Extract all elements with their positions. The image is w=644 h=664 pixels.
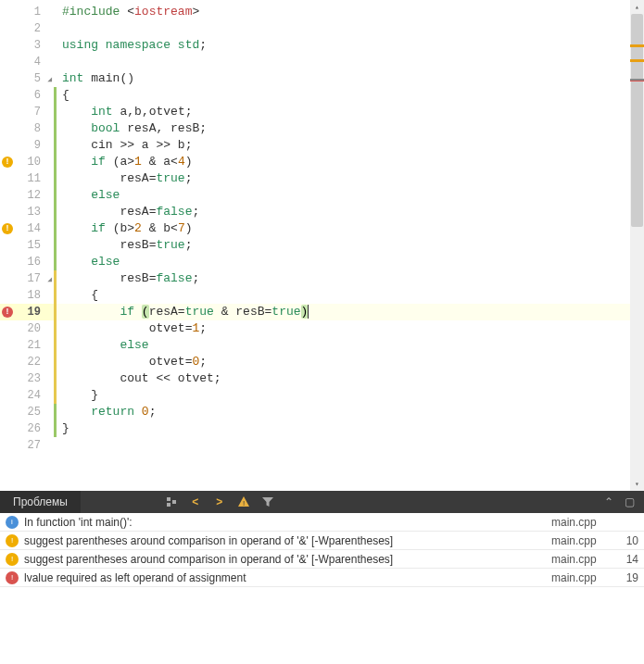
line-number: 5◢ — [0, 70, 54, 87]
line-number: 9 — [0, 137, 54, 154]
empty-area — [0, 587, 644, 661]
code-line[interactable]: if (a>1 & a<4) — [54, 154, 644, 170]
line-number: 10! — [0, 154, 54, 170]
warning-icon: ! — [2, 157, 13, 168]
tree-view-icon[interactable] — [164, 495, 179, 509]
code-line[interactable]: else — [54, 187, 644, 204]
close-panel-icon[interactable]: ▢ — [622, 495, 637, 509]
warn-icon: ! — [6, 534, 19, 547]
line-number: 22 — [0, 354, 54, 370]
warn-icon: ! — [6, 553, 19, 566]
code-line[interactable]: return 0; — [54, 404, 644, 420]
code-line[interactable] — [54, 437, 644, 454]
problem-line-number: 10 — [616, 534, 638, 547]
scroll-up-icon[interactable]: ▴ — [630, 0, 644, 14]
line-number: 27 — [0, 437, 54, 454]
line-number: 14! — [0, 220, 54, 237]
line-number: 16 — [0, 254, 54, 270]
line-number: 15 — [0, 237, 54, 254]
code-line[interactable]: cout << otvet; — [54, 370, 644, 387]
code-line[interactable]: using namespace std; — [54, 37, 644, 54]
problems-list[interactable]: iIn function 'int main()':main.cpp!sugge… — [0, 513, 644, 587]
problems-tab[interactable]: Проблемы — [0, 491, 81, 513]
line-number: 11 — [0, 170, 54, 187]
line-number: 1 — [0, 4, 54, 20]
problem-file: main.cpp — [551, 571, 616, 584]
code-line[interactable]: resB=true; — [54, 237, 644, 254]
problem-row[interactable]: !suggest parentheses around comparison i… — [0, 532, 644, 550]
collapse-icon[interactable]: ⌃ — [601, 495, 616, 509]
problem-line-number: 14 — [616, 553, 638, 566]
line-number: 12 — [0, 187, 54, 204]
code-line[interactable]: otvet=0; — [54, 354, 644, 370]
scroll-marker-warning — [630, 59, 644, 62]
problem-row[interactable]: iIn function 'int main()':main.cpp — [0, 513, 644, 532]
code-line[interactable]: else — [54, 254, 644, 270]
line-number: 19! — [0, 304, 54, 320]
code-line[interactable]: resB=false; — [54, 270, 644, 287]
line-number: 6 — [0, 87, 54, 104]
code-line[interactable]: cin >> a >> b; — [54, 137, 644, 154]
code-editor-pane[interactable]: 12345◢678910!11121314!151617◢1819!202122… — [0, 0, 644, 491]
scroll-marker-cursor — [630, 79, 644, 81]
error-icon: ! — [2, 307, 13, 318]
line-number: 13 — [0, 204, 54, 220]
code-line[interactable]: #include <iostream> — [54, 4, 644, 20]
problem-message: In function 'int main()': — [24, 516, 551, 529]
line-gutter: 12345◢678910!11121314!151617◢1819!202122… — [0, 0, 54, 491]
line-number: 26 — [0, 420, 54, 437]
code-line[interactable]: { — [54, 287, 644, 304]
code-line[interactable]: int main() — [54, 70, 644, 87]
problem-message: suggest parentheses around comparison in… — [24, 534, 551, 547]
problems-panel-header: Проблемы < > ! ⌃ ▢ — [0, 491, 644, 513]
problem-message: suggest parentheses around comparison in… — [24, 553, 551, 566]
line-number: 23 — [0, 370, 54, 387]
code-line[interactable] — [54, 20, 644, 37]
problem-file: main.cpp — [551, 516, 616, 529]
code-line[interactable] — [54, 54, 644, 70]
code-line[interactable]: resA=false; — [54, 204, 644, 220]
code-line[interactable]: int a,b,otvet; — [54, 104, 644, 120]
problem-message: lvalue required as left operand of assig… — [24, 571, 551, 584]
code-line[interactable]: if (resA=true & resB=true) — [54, 304, 644, 320]
code-line[interactable]: } — [54, 387, 644, 404]
vertical-scrollbar[interactable]: ▴ ▾ — [630, 0, 644, 491]
err-icon: ! — [6, 571, 19, 584]
prev-icon[interactable]: < — [188, 495, 203, 509]
scroll-marker-warning — [630, 44, 644, 47]
line-number: 2 — [0, 20, 54, 37]
line-number: 7 — [0, 104, 54, 120]
line-number: 3 — [0, 37, 54, 54]
code-line[interactable]: else — [54, 337, 644, 354]
next-icon[interactable]: > — [212, 495, 227, 509]
line-number: 18 — [0, 287, 54, 304]
code-line[interactable]: otvet=1; — [54, 320, 644, 337]
line-number: 8 — [0, 120, 54, 137]
code-area[interactable]: #include <iostream>using namespace std;i… — [54, 0, 644, 491]
scroll-down-icon[interactable]: ▾ — [630, 477, 644, 491]
code-line[interactable]: if (b>2 & b<7) — [54, 220, 644, 237]
line-number: 24 — [0, 387, 54, 404]
line-number: 4 — [0, 54, 54, 70]
info-icon: i — [6, 516, 19, 529]
warning-icon: ! — [2, 223, 13, 234]
problem-file: main.cpp — [551, 553, 616, 566]
svg-text:!: ! — [243, 499, 245, 507]
line-number: 25 — [0, 404, 54, 420]
problem-row[interactable]: !lvalue required as left operand of assi… — [0, 569, 644, 587]
problem-line-number: 19 — [616, 571, 638, 584]
code-line[interactable]: resA=true; — [54, 170, 644, 187]
panel-toolbar: < > ! — [81, 495, 275, 509]
code-line[interactable]: } — [54, 420, 644, 437]
line-number: 20 — [0, 320, 54, 337]
code-line[interactable]: { — [54, 87, 644, 104]
line-number: 17◢ — [0, 270, 54, 287]
problem-file: main.cpp — [551, 534, 616, 547]
warning-filter-icon[interactable]: ! — [236, 495, 251, 509]
problem-row[interactable]: !suggest parentheses around comparison i… — [0, 550, 644, 569]
code-line[interactable]: bool resA, resB; — [54, 120, 644, 137]
funnel-filter-icon[interactable] — [260, 495, 275, 509]
line-number: 21 — [0, 337, 54, 354]
